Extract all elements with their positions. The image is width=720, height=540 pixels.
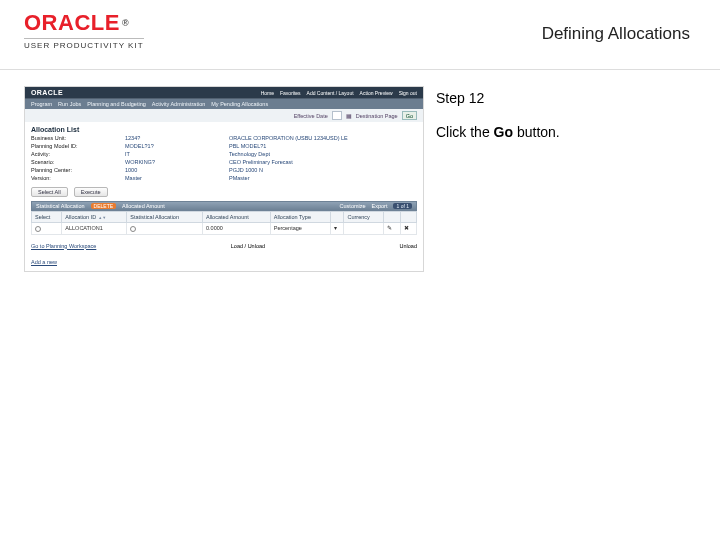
tbar-delete[interactable]: DELETE (91, 203, 116, 209)
tbar-pager[interactable]: 1 of 1 (393, 203, 412, 209)
meta-center-id: 1000 (125, 167, 225, 173)
calendar-icon[interactable]: ▦ (346, 113, 352, 119)
col-alloc-type[interactable]: Allocation Type (270, 212, 330, 223)
product-subhead: USER PRODUCTIVITY KIT (24, 38, 144, 50)
row-radio[interactable] (35, 226, 41, 232)
meta-model-desc: PBL MODEL?1 (229, 143, 349, 149)
table-row[interactable]: ALLOCATION1 0.0000 Percentage ▾ ✎ ✖ (32, 223, 417, 235)
tbar-alloc-amount[interactable]: Allocated Amount (122, 203, 165, 209)
link-favorites[interactable]: Favorites (280, 90, 301, 96)
tbar-stat-alloc[interactable]: Statistical Allocation (36, 203, 85, 209)
meta-bu-id: 1234? (125, 135, 225, 141)
load-unload-label: Load / Unload (231, 243, 265, 249)
table-toolbar: Statistical Allocation DELETE Allocated … (31, 201, 417, 211)
cell-edit[interactable]: ✎ (384, 223, 400, 235)
meta-bu-desc: ORACLE CORPORATION (USBU 1234USD) LE (229, 135, 349, 141)
meta-activity-label: Activity: (31, 151, 121, 157)
meta-model-id: MODEL?1? (125, 143, 225, 149)
sort-icon[interactable]: ▲▼ (98, 216, 106, 219)
page-title: Defining Allocations (542, 24, 690, 44)
tab-run-jobs[interactable]: Run Jobs (58, 101, 81, 107)
cell-alloc-id[interactable]: ALLOCATION1 (62, 223, 127, 235)
app-global-links: Home Favorites Add Content / Layout Acti… (261, 90, 417, 96)
add-row: Add a new (25, 255, 423, 271)
meta-scenario-desc: CEO Preliminary Forecast (229, 159, 349, 165)
instr-bold: Go (494, 124, 513, 140)
table-header-row: Select Allocation ID▲▼ Statistical Alloc… (32, 212, 417, 223)
tab-planning-budgeting[interactable]: Planning and Budgeting (87, 101, 145, 107)
meta-model-label: Planning Model ID: (31, 143, 121, 149)
app-screenshot: ORACLE Home Favorites Add Content / Layo… (24, 86, 424, 272)
tbar-customize[interactable]: Customize (340, 203, 366, 209)
allocation-meta: Business Unit: 1234? ORACLE CORPORATION … (25, 135, 423, 185)
meta-center-label: Planning Center: (31, 167, 121, 173)
col-blank1 (330, 212, 344, 223)
screenshot-column: ORACLE Home Favorites Add Content / Layo… (24, 86, 424, 272)
effective-date-label: Effective Date (294, 113, 328, 119)
col-stat-alloc[interactable]: Statistical Allocation (127, 212, 203, 223)
oracle-logo: ORACLE ® (24, 10, 144, 36)
col-currency[interactable]: Currency (344, 212, 384, 223)
cell-stat[interactable] (127, 223, 203, 235)
meta-bu-label: Business Unit: (31, 135, 121, 141)
meta-version-id: Master (125, 175, 225, 181)
tab-activity-admin[interactable]: Activity Administration (152, 101, 206, 107)
instr-post: button. (513, 124, 560, 140)
footer-links: Go to Planning Workspace Load / Unload U… (25, 239, 423, 255)
tab-pending-alloc[interactable]: My Pending Allocations (211, 101, 268, 107)
step-label: Step 12 (436, 90, 696, 106)
col-blank3 (400, 212, 416, 223)
cell-currency (344, 223, 384, 235)
link-add-content[interactable]: Add Content / Layout (307, 90, 354, 96)
registered-icon: ® (122, 18, 129, 28)
section-title: Allocation List (25, 122, 423, 135)
link-home[interactable]: Home (261, 90, 274, 96)
tbar-export[interactable]: Export (372, 203, 388, 209)
cell-select[interactable] (32, 223, 62, 235)
logo-text: ORACLE (24, 10, 120, 36)
step-text: Click the Go button. (436, 124, 696, 140)
content-row: ORACLE Home Favorites Add Content / Layo… (0, 70, 720, 272)
app-titlebar: ORACLE Home Favorites Add Content / Layo… (25, 87, 423, 98)
select-all-button[interactable]: Select All (31, 187, 68, 197)
meta-scenario-label: Scenario: (31, 159, 121, 165)
link-signout[interactable]: Sign out (399, 90, 417, 96)
execute-button[interactable]: Execute (74, 187, 108, 197)
crumb-bar: Effective Date ▦ Destination Page Go (25, 109, 423, 122)
allocation-table-wrap: Statistical Allocation DELETE Allocated … (25, 201, 423, 239)
app-brand: ORACLE (31, 89, 63, 96)
meta-activity-desc: Technology Dept (229, 151, 349, 157)
col-select[interactable]: Select (32, 212, 62, 223)
meta-activity-id: IT (125, 151, 225, 157)
allocation-table: Select Allocation ID▲▼ Statistical Alloc… (31, 211, 417, 235)
destination-page-label: Destination Page (356, 113, 398, 119)
app-tabs: Program Run Jobs Planning and Budgeting … (25, 98, 423, 109)
link-action-preview[interactable]: Action Preview (360, 90, 393, 96)
meta-version-label: Version: (31, 175, 121, 181)
col-alloc-id[interactable]: Allocation ID▲▼ (62, 212, 127, 223)
tab-program[interactable]: Program (31, 101, 52, 107)
unload-label: Unload (400, 243, 417, 249)
cell-delete[interactable]: ✖ (400, 223, 416, 235)
cell-lookup[interactable]: ▾ (330, 223, 344, 235)
stat-radio[interactable] (130, 226, 136, 232)
page-header: ORACLE ® USER PRODUCTIVITY KIT Defining … (0, 0, 720, 70)
goto-workspace-link[interactable]: Go to Planning Workspace (31, 243, 96, 249)
instruction-column: Step 12 Click the Go button. (436, 86, 696, 272)
cell-amount: 0.0000 (202, 223, 270, 235)
add-new-link[interactable]: Add a new (31, 259, 57, 265)
instr-pre: Click the (436, 124, 494, 140)
col-alloc-amount[interactable]: Allocated Amount (202, 212, 270, 223)
meta-scenario-id: WORKING? (125, 159, 225, 165)
effective-date-field[interactable] (332, 111, 342, 120)
meta-center-desc: PGJD 1000 N (229, 167, 349, 173)
col-blank2 (384, 212, 400, 223)
action-row: Select All Execute (25, 185, 423, 201)
cell-type: Percentage (270, 223, 330, 235)
meta-version-desc: PMaster (229, 175, 349, 181)
logo-block: ORACLE ® USER PRODUCTIVITY KIT (24, 10, 144, 50)
go-button[interactable]: Go (402, 111, 417, 120)
